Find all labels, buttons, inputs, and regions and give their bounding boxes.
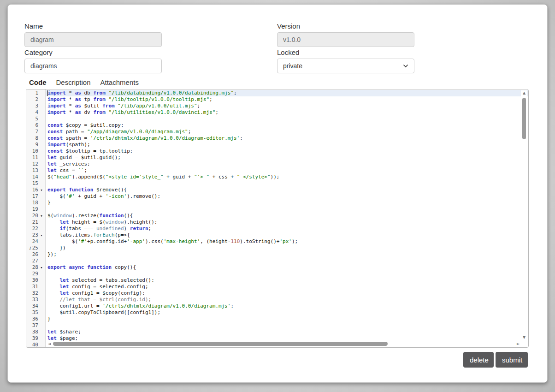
tab-description[interactable]: Description xyxy=(56,78,91,86)
code-line[interactable]: 12let _services; xyxy=(26,161,528,167)
code-line[interactable]: 5 xyxy=(26,116,528,122)
scroll-right-icon[interactable]: ► xyxy=(515,341,521,347)
code-line-text[interactable]: $("head").append($("<style id='style_" +… xyxy=(46,174,528,180)
code-line[interactable]: 20▾$(window).resize(function(){ xyxy=(26,213,528,219)
code-line[interactable]: 22 if(tabs === undefined) return; xyxy=(26,226,528,232)
code-line-text[interactable]: } xyxy=(46,200,528,206)
scroll-up-icon[interactable]: ▲ xyxy=(521,90,527,96)
code-line-text[interactable]: $('#'+p.config.id+'-app').css('max-heigh… xyxy=(46,238,528,245)
code-line[interactable]: 34 config1.url = '/ctrls/dhtmlx/diagram/… xyxy=(26,303,528,309)
delete-button[interactable]: delete xyxy=(463,352,494,368)
code-line[interactable]: 16▾export function $remove(){ xyxy=(26,187,528,193)
tab-code[interactable]: Code xyxy=(29,78,47,86)
code-line-text[interactable]: let selected = tabs.selected(); xyxy=(46,277,528,284)
code-line-text[interactable]: import(spath); xyxy=(46,142,528,148)
code-line-text[interactable]: import * as db from "/lib/databinding/v1… xyxy=(46,90,528,96)
code-line[interactable]: 3import * as $util from "/lib/app/v1.0.0… xyxy=(26,103,528,109)
code-line-text[interactable] xyxy=(46,258,528,264)
code-line[interactable]: i25 }) xyxy=(26,245,528,251)
code-line-text[interactable] xyxy=(46,322,528,329)
code-token: from xyxy=(102,103,115,109)
name-field[interactable] xyxy=(24,32,162,47)
code-line[interactable]: 33 //let that = $ctrl(config.id); xyxy=(26,297,528,303)
code-line[interactable]: 26}); xyxy=(26,251,528,258)
code-line-text[interactable]: if(tabs === undefined) return; xyxy=(46,226,528,232)
locked-select[interactable]: private xyxy=(277,59,414,73)
code-line-text[interactable]: $('#' + guid + '-icon').remove(); xyxy=(46,193,528,200)
scroll-left-icon[interactable]: ◄ xyxy=(47,341,52,347)
code-line[interactable]: 14$("head").append($("<style id='style_"… xyxy=(26,174,528,180)
code-line[interactable]: 9import(spath); xyxy=(26,142,528,148)
scroll-down-icon[interactable]: ▼ xyxy=(521,335,527,340)
code-line-text[interactable]: //let that = $ctrl(config.id); xyxy=(46,297,528,303)
code-line[interactable]: 37 xyxy=(26,322,528,329)
code-line-text[interactable]: export async function copy(){ xyxy=(46,264,528,271)
code-line-text[interactable] xyxy=(46,206,528,213)
horizontal-scrollbar[interactable]: ◄ ► xyxy=(47,341,521,347)
code-line[interactable]: 35 $util.copyToClipboard([config1]); xyxy=(26,309,528,316)
fold-arrow-icon[interactable]: ▾ xyxy=(38,187,45,193)
code-line[interactable]: 24 $('#'+p.config.id+'-app').css('max-he… xyxy=(26,238,528,245)
code-line-text[interactable]: } xyxy=(46,316,528,322)
code-line[interactable]: 8const spath = '/ctrls/dhtmlx/diagram/v1… xyxy=(26,135,528,142)
code-line-text[interactable]: let _services; xyxy=(46,161,528,167)
code-line[interactable]: 11let guid = $util.guid(); xyxy=(26,154,528,161)
code-line-text[interactable]: $util.copyToClipboard([config1]); xyxy=(46,309,528,316)
code-line[interactable]: 31 let config = selected.config; xyxy=(26,284,528,290)
line-number-text: 20 xyxy=(26,213,38,219)
code-line[interactable]: 38let $share; xyxy=(26,329,528,335)
vertical-scrollbar-thumb[interactable] xyxy=(522,98,526,139)
code-line[interactable]: 10const $tooltip = tp.tooltip; xyxy=(26,148,528,154)
code-line[interactable]: 4import * as dv from "/lib/utilities/v1.… xyxy=(26,109,528,116)
code-line[interactable]: 15 xyxy=(26,180,528,187)
code-line-text[interactable]: const $copy = $util.copy; xyxy=(46,122,528,129)
code-line-text[interactable]: tabs.items.forEach(p=>{ xyxy=(46,232,528,238)
code-line[interactable]: 36} xyxy=(26,316,528,322)
code-line-text[interactable]: let height = $(window).height(); xyxy=(46,219,528,226)
code-line[interactable]: 19 xyxy=(26,206,528,213)
code-line-text[interactable]: const spath = '/ctrls/dhtmlx/diagram/v1.… xyxy=(46,135,528,142)
code-editor[interactable]: 1import * as db from "/lib/databinding/v… xyxy=(26,89,529,348)
code-line[interactable]: 1import * as db from "/lib/databinding/v… xyxy=(26,90,528,96)
vertical-scrollbar[interactable]: ▲ ▼ xyxy=(521,90,527,340)
code-line-text[interactable]: let guid = $util.guid(); xyxy=(46,154,528,161)
code-line[interactable]: 6const $copy = $util.copy; xyxy=(26,122,528,129)
fold-arrow-icon[interactable]: ▾ xyxy=(38,232,45,238)
code-line[interactable]: 13let css = ``; xyxy=(26,167,528,174)
code-line-text[interactable] xyxy=(46,271,528,277)
code-line[interactable]: 7const path = "/app/diagram/v1.0.0/diagr… xyxy=(26,129,528,135)
code-line-text[interactable]: export function $remove(){ xyxy=(46,187,528,193)
tab-attachments[interactable]: Attachments xyxy=(100,78,139,86)
code-line-text[interactable]: const path = "/app/diagram/v1.0.0/diagra… xyxy=(46,129,528,135)
code-line[interactable]: 21 let height = $(window).height(); xyxy=(26,219,528,226)
submit-button[interactable]: submit xyxy=(496,352,528,368)
category-field[interactable] xyxy=(24,59,162,73)
code-line-text[interactable]: const $tooltip = tp.tooltip; xyxy=(46,148,528,154)
code-line-text[interactable]: import * as dv from "/lib/utilities/v1.0… xyxy=(46,109,528,116)
code-line-text[interactable] xyxy=(46,116,528,122)
code-line[interactable]: 32 let config1 = $copy(config); xyxy=(26,290,528,297)
fold-arrow-icon[interactable]: ▾ xyxy=(38,213,45,219)
code-line-text[interactable]: let $share; xyxy=(46,329,528,335)
code-line[interactable]: 27 xyxy=(26,258,528,264)
code-line[interactable]: 23▾ tabs.items.forEach(p=>{ xyxy=(26,232,528,238)
code-line-text[interactable]: }) xyxy=(46,245,528,251)
code-line[interactable]: 30 let selected = tabs.selected(); xyxy=(26,277,528,284)
code-line[interactable]: 2import * as tp from "/lib/tooltip/v1.0.… xyxy=(26,96,528,103)
code-line[interactable]: 18} xyxy=(26,200,528,206)
code-line-text[interactable]: }); xyxy=(46,251,528,258)
horizontal-scrollbar-thumb[interactable] xyxy=(53,342,388,346)
code-line-text[interactable]: let config1 = $copy(config); xyxy=(46,290,528,297)
code-line[interactable]: 17 $('#' + guid + '-icon').remove(); xyxy=(26,193,528,200)
code-line-text[interactable]: import * as tp from "/lib/tooltip/v1.0.0… xyxy=(46,96,528,103)
version-field[interactable] xyxy=(277,32,414,47)
fold-arrow-icon[interactable]: ▾ xyxy=(38,264,45,271)
code-line-text[interactable]: config1.url = '/ctrls/dhtmlx/diagram/v1.… xyxy=(46,303,528,309)
code-line-text[interactable] xyxy=(46,180,528,187)
code-line-text[interactable]: import * as $util from "/lib/app/v1.0.0/… xyxy=(46,103,528,109)
code-line[interactable]: 29 xyxy=(26,271,528,277)
code-line-text[interactable]: let css = ``; xyxy=(46,167,528,174)
code-line-text[interactable]: $(window).resize(function(){ xyxy=(46,213,528,219)
code-line[interactable]: 28▾export async function copy(){ xyxy=(26,264,528,271)
code-line-text[interactable]: let config = selected.config; xyxy=(46,284,528,290)
